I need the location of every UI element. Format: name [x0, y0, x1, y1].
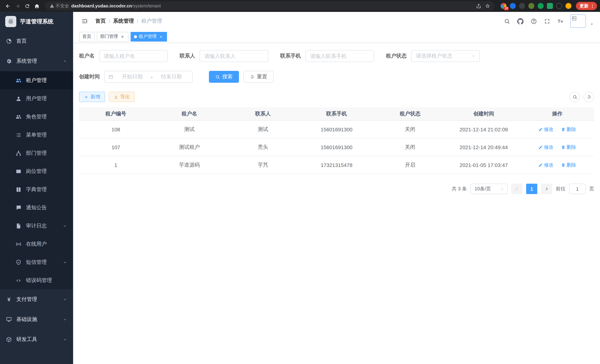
table-row[interactable]: 107 测试租户 秃头 15601691300 关闭 2021-12-14 20…	[79, 138, 594, 156]
sidebar-item-notice[interactable]: 通知公告	[0, 198, 73, 217]
extension-icon[interactable]	[519, 3, 525, 9]
extension-icon[interactable]: 10	[501, 3, 506, 9]
column-header: 租户编号	[79, 110, 153, 117]
user-avatar[interactable]	[570, 14, 586, 28]
extension-icon[interactable]	[528, 3, 534, 9]
sidebar-toggle-button[interactable]	[79, 16, 90, 27]
add-button-label: 新增	[91, 93, 100, 100]
sidebar-item-dict-mgmt[interactable]: 字典管理	[0, 180, 73, 198]
edit-link[interactable]: 修改	[538, 126, 554, 133]
next-page-button[interactable]	[541, 184, 552, 194]
tab-label: 租户管理	[139, 33, 157, 40]
refresh-table-button[interactable]	[584, 92, 594, 102]
sidebar-item-audit-log[interactable]: 审计日志	[0, 217, 73, 235]
sidebar-item-label: 部门管理	[26, 150, 47, 156]
browser-reload-button[interactable]	[22, 1, 32, 11]
caret-down-icon[interactable]	[590, 22, 594, 26]
users-icon	[16, 114, 21, 120]
page-1-button[interactable]: 1	[526, 184, 537, 194]
chevron-down-icon	[471, 54, 476, 58]
browser-update-button[interactable]: 更新	[576, 2, 597, 10]
status-select[interactable]: 请选择租户状态	[411, 50, 480, 62]
table-row[interactable]: 1 芋道源码 芋艿 17321315478 开启 2021-01-05 17:0…	[79, 156, 594, 174]
menu-dots-icon[interactable]	[590, 3, 595, 8]
header-search-button[interactable]	[501, 16, 512, 27]
fullscreen-button[interactable]	[541, 16, 553, 27]
close-icon	[159, 35, 162, 38]
sidebar-item-online-users[interactable]: 在线用户	[0, 235, 73, 253]
sidebar-item-menu-mgmt[interactable]: 菜单管理	[0, 126, 73, 144]
cell-created: 2021-12-14 20:49:44	[447, 144, 521, 150]
goto-page-input[interactable]	[569, 184, 586, 194]
sidebar-item-post-mgmt[interactable]: 岗位管理	[0, 162, 73, 180]
sidebar-item-system-mgmt[interactable]: 系统管理	[0, 51, 73, 71]
github-link-button[interactable]	[515, 16, 526, 27]
yen-icon: ¥	[6, 297, 12, 302]
filter-create-time: 创建时间 开始日期 - 结束日期	[79, 71, 193, 83]
tab-close-button[interactable]	[120, 34, 125, 39]
prev-page-button[interactable]	[511, 184, 523, 194]
extension-icon[interactable]	[510, 3, 516, 9]
search-button[interactable]: 搜索	[209, 71, 239, 83]
site-security[interactable]: 不安全	[50, 3, 69, 9]
add-button[interactable]: 新增	[79, 92, 105, 102]
app-logo	[5, 16, 16, 27]
browser-home-button[interactable]	[32, 1, 42, 11]
users-icon	[16, 77, 21, 83]
help-button[interactable]	[528, 16, 539, 27]
share-icon[interactable]	[476, 3, 481, 9]
sidebar-item-sms-mgmt[interactable]: 短信管理	[0, 253, 73, 271]
puzzle-extension-icon[interactable]	[556, 3, 562, 9]
browser-back-button[interactable]	[3, 1, 13, 11]
breadcrumb-item-home[interactable]: 首页	[95, 18, 106, 25]
tab-dept-mgmt[interactable]: 部门管理	[97, 32, 128, 41]
warning-icon	[50, 4, 54, 8]
edit-link[interactable]: 修改	[538, 144, 554, 150]
export-button[interactable]: 导出	[109, 92, 135, 102]
delete-label: 删除	[567, 144, 576, 150]
tab-close-button[interactable]	[159, 34, 164, 39]
table-row[interactable]: 108 测试 测试 15601691300 关闭 2021-12-14 21:0…	[79, 121, 594, 138]
extension-icon[interactable]	[538, 3, 544, 9]
mobile-input[interactable]	[305, 50, 374, 62]
sidebar-item-user-mgmt[interactable]: 用户管理	[0, 89, 73, 108]
tenant-name-input[interactable]	[99, 50, 168, 62]
browser-forward-button[interactable]	[13, 1, 22, 11]
edit-link[interactable]: 修改	[538, 162, 554, 168]
contact-input[interactable]	[200, 50, 268, 62]
delete-link[interactable]: 删除	[561, 126, 576, 133]
profile-avatar-icon[interactable]	[565, 3, 572, 9]
delete-link[interactable]: 删除	[561, 162, 576, 168]
address-bar[interactable]: 不安全 dashboard.yudao.iocoder.cn/system/te…	[45, 1, 495, 10]
tab-tenant-mgmt[interactable]: 租户管理	[131, 32, 167, 41]
reset-button[interactable]: 重置	[244, 71, 273, 83]
extension-icon[interactable]	[547, 3, 553, 9]
tab-home[interactable]: 首页	[79, 32, 95, 41]
bookmark-star-icon[interactable]	[485, 3, 490, 9]
breadcrumb-item-system[interactable]: 系统管理	[113, 18, 134, 25]
sidebar-item-payment-mgmt[interactable]: ¥ 支付管理	[0, 289, 73, 309]
date-range-picker[interactable]: 开始日期 - 结束日期	[104, 71, 193, 83]
sidebar-item-error-code-mgmt[interactable]: 错误码管理	[0, 271, 73, 289]
sidebar-item-infrastructure[interactable]: 基础设施	[0, 309, 73, 329]
sidebar-item-dev-tools[interactable]: 研发工具	[0, 329, 73, 350]
toggle-search-button[interactable]	[570, 92, 580, 102]
document-icon	[16, 223, 21, 229]
refresh-icon	[250, 75, 254, 79]
sidebar-item-dept-mgmt[interactable]: 部门管理	[0, 144, 73, 162]
chevron-down-icon	[63, 297, 67, 302]
text-size-icon	[557, 18, 563, 24]
app-logo-row[interactable]: 芋道管理系统	[0, 12, 73, 31]
breadcrumb-separator: /	[137, 18, 138, 24]
back-icon	[5, 3, 10, 9]
pagination: 共 3 条 10条/页 1 前往 页	[79, 184, 594, 194]
font-size-button[interactable]	[555, 16, 566, 27]
page-size-select[interactable]: 10条/页	[470, 184, 508, 194]
plus-icon	[84, 94, 89, 99]
date-separator: -	[151, 74, 152, 80]
sidebar-item-tenant-mgmt[interactable]: 租户管理	[0, 71, 73, 89]
sidebar-item-role-mgmt[interactable]: 角色管理	[0, 108, 73, 126]
search-icon	[572, 94, 577, 99]
sidebar-item-home[interactable]: 首页	[0, 31, 73, 51]
delete-link[interactable]: 删除	[561, 144, 576, 150]
